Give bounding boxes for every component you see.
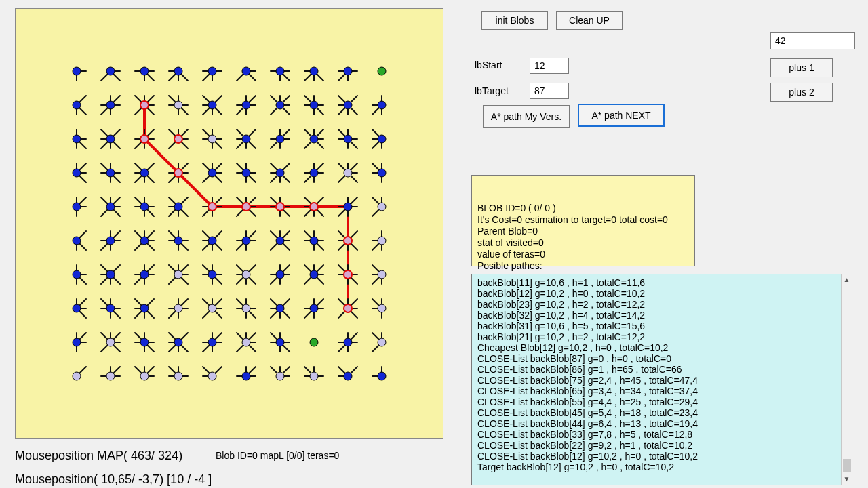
svg-point-11	[140, 67, 149, 75]
svg-point-163	[310, 135, 318, 143]
svg-point-119	[106, 135, 115, 143]
status-mouse-map: Mouseposition MAP( 463/ 324)	[15, 449, 182, 463]
log-scrollbar[interactable]: ▲ ▼	[841, 274, 852, 485]
status-blob-id: Blob ID=0 mapL [0/0] teras=0	[216, 450, 339, 461]
svg-point-187	[106, 169, 115, 177]
svg-point-396	[140, 270, 149, 279]
log-line: backBlob[31] g=10,6 , h=5 , totalC=15,6	[477, 321, 835, 331]
svg-point-30	[276, 67, 284, 75]
svg-point-2	[73, 67, 81, 75]
svg-point-424	[276, 270, 284, 279]
svg-point-444	[378, 270, 386, 279]
svg-point-74	[208, 101, 216, 109]
svg-point-25	[242, 67, 250, 75]
svg-point-170	[344, 135, 352, 143]
svg-point-343	[208, 237, 216, 245]
svg-point-389	[106, 270, 115, 279]
svg-point-582	[140, 372, 149, 380]
svg-point-88	[276, 101, 284, 109]
status-mouse-pos: Mouseposition( 10,65/ -3,7) [10 / -4 ]	[15, 472, 212, 487]
info-line: stat of visited=0	[477, 237, 689, 249]
svg-point-431	[310, 270, 318, 279]
log-line: backBlob[12] g=10,2 , h=0 , totalC=10,2	[477, 288, 835, 299]
svg-point-315	[73, 237, 81, 245]
svg-point-336	[174, 237, 182, 245]
svg-point-209	[208, 169, 216, 177]
svg-point-180	[73, 169, 81, 177]
svg-point-601	[276, 372, 284, 380]
svg-point-268	[174, 203, 182, 211]
svg-point-16	[174, 67, 182, 75]
svg-point-511	[378, 304, 386, 312]
svg-point-587	[174, 372, 182, 380]
init-blobs-button[interactable]: init Blobs	[481, 11, 548, 30]
scroll-up-icon[interactable]: ▲	[844, 276, 850, 284]
svg-point-95	[310, 101, 318, 109]
info-line: Posible pathes:	[477, 260, 689, 272]
log-line: CLOSE-List backBlob[87] g=0 , h=0 , tota…	[477, 353, 835, 364]
astar-myvers-button[interactable]: A* path My Vers.	[483, 105, 570, 128]
svg-point-142	[208, 135, 216, 143]
svg-point-516	[73, 338, 81, 346]
svg-point-175	[378, 135, 386, 143]
log-line: CLOSE-List backBlob[33] g=7,8 , h=5 , to…	[477, 429, 835, 440]
svg-point-530	[140, 338, 149, 346]
log-line: CLOSE-List backBlob[86] g=1 , h=65 , tot…	[477, 364, 835, 375]
svg-point-112	[73, 135, 81, 143]
svg-point-484	[242, 304, 250, 312]
svg-point-523	[106, 338, 115, 346]
svg-point-403	[174, 270, 182, 279]
svg-point-537	[174, 338, 182, 346]
log-line: backBlob[21] g=10,2 , h=2 , totalC=12,2	[477, 331, 835, 342]
log-line: Cheapest Blob[12] g=10,2 , h=0 , totalC=…	[477, 342, 835, 353]
svg-point-551	[242, 338, 250, 346]
svg-point-67	[174, 101, 182, 109]
svg-point-449	[73, 304, 81, 312]
svg-point-357	[276, 237, 284, 245]
plus1-button[interactable]: plus 1	[770, 58, 833, 77]
svg-point-566	[344, 338, 352, 346]
svg-point-35	[310, 67, 318, 75]
plus2-button[interactable]: plus 2	[770, 83, 833, 102]
svg-point-40	[344, 67, 352, 75]
svg-point-322	[106, 237, 115, 245]
svg-point-610	[344, 372, 352, 380]
svg-point-596	[242, 372, 250, 380]
log-line: backBlob[11] g=10,6 , h=1 , totalC=11,6	[477, 277, 835, 288]
log-line: CLOSE-List backBlob[75] g=2,4 , h=45 , t…	[477, 375, 835, 386]
svg-point-606	[310, 372, 318, 380]
svg-point-254	[106, 203, 115, 211]
svg-point-350	[242, 237, 250, 245]
lbtarget-label: lbTarget	[475, 85, 509, 96]
log-line: CLOSE-List backBlob[12] g=10,2 , h=0 , t…	[477, 451, 835, 462]
svg-point-237	[344, 169, 352, 177]
scroll-thumb[interactable]	[843, 459, 851, 472]
svg-point-311	[378, 203, 386, 211]
top-right-input[interactable]	[770, 32, 855, 49]
svg-point-52	[106, 101, 115, 109]
log-line: CLOSE-List backBlob[45] g=5,4 , h=18 , t…	[477, 407, 835, 418]
log-line: CLOSE-List backBlob[44] g=6,4 , h=13 , t…	[477, 418, 835, 429]
log-line: backBlob[23] g=10,2 , h=2 , totalC=12,2	[477, 299, 835, 310]
svg-point-377	[378, 237, 386, 245]
svg-point-261	[140, 203, 149, 211]
svg-point-477	[208, 304, 216, 312]
svg-point-491	[276, 304, 284, 312]
map-canvas[interactable]	[15, 8, 443, 439]
info-line: Parent Blob=0	[477, 226, 689, 237]
lbstart-input[interactable]	[530, 58, 569, 74]
svg-point-223	[276, 169, 284, 177]
astar-next-button[interactable]: A* path NEXT	[578, 104, 665, 127]
lbtarget-input[interactable]	[530, 83, 569, 99]
scroll-down-icon[interactable]: ▼	[844, 475, 850, 483]
svg-point-156	[276, 135, 284, 143]
info-line: It's Cost=0 estimation to target=0 total…	[477, 214, 689, 226]
svg-point-570	[378, 338, 386, 346]
svg-point-216	[242, 169, 250, 177]
svg-point-463	[140, 304, 149, 312]
svg-point-194	[140, 169, 149, 177]
svg-point-102	[344, 101, 352, 109]
log-line: Target backBlob[12] g=10,2 , h=0 , total…	[477, 462, 835, 472]
log-line: backBlob[32] g=10,2 , h=4 , totalC=14,2	[477, 310, 835, 321]
clean-up-button[interactable]: Clean UP	[556, 11, 623, 30]
